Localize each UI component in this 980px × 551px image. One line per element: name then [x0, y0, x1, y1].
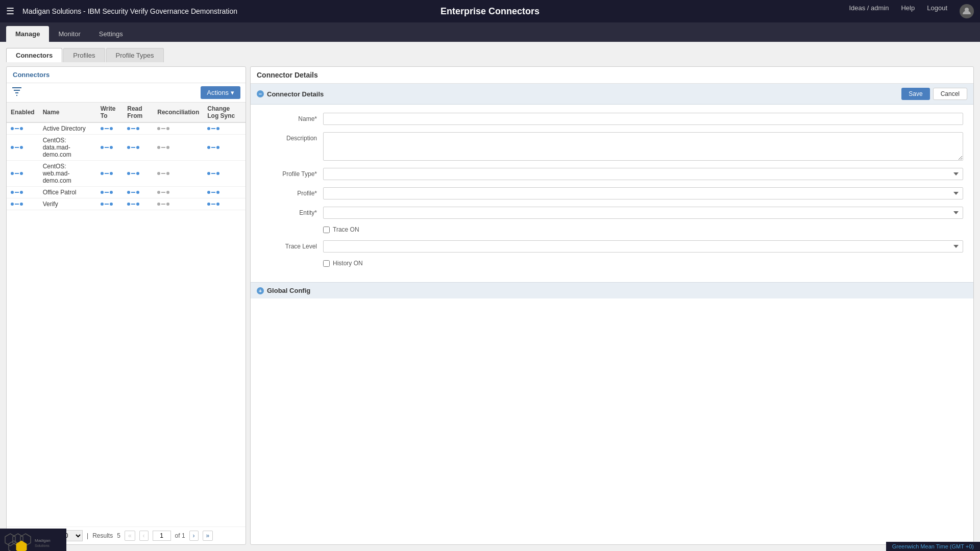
global-config-title: Global Config [267, 287, 310, 294]
page-first-button[interactable]: « [125, 531, 135, 541]
table-row[interactable]: Active Directory [7, 122, 246, 135]
entity-label: Entity* [261, 207, 317, 216]
history-on-label: History ON [333, 260, 363, 267]
profile-label: Profile* [261, 187, 317, 197]
row-reconciliation [153, 161, 203, 187]
row-change-log-sync [203, 135, 246, 161]
nav-ideas[interactable]: Ideas / admin [849, 4, 889, 18]
panels-container: Connectors Actions ▾ Enabled [6, 66, 974, 545]
tab-manage[interactable]: Manage [6, 26, 49, 42]
row-write-to [96, 187, 124, 198]
results-value: 5 [117, 532, 120, 539]
row-reconciliation [153, 198, 203, 210]
sub-tab-profile-types[interactable]: Profile Types [106, 48, 164, 62]
profile-type-select[interactable] [323, 168, 963, 180]
row-read-from [123, 198, 153, 210]
navbar: ☰ Madigan Solutions - IBM Security Verif… [0, 0, 980, 22]
name-label: Name* [261, 113, 317, 122]
right-panel-header: Connector Details [251, 67, 973, 84]
row-enabled [7, 198, 39, 210]
entity-select[interactable] [323, 207, 963, 219]
connector-details-section-title: Connector Details [267, 90, 324, 98]
description-row: Description [261, 132, 963, 161]
save-button[interactable]: Save [901, 88, 929, 100]
left-panel-header: Connectors [7, 67, 246, 83]
row-read-from [123, 135, 153, 161]
right-panel: Connector Details − Connector Details Sa… [250, 66, 974, 545]
profile-type-label: Profile Type* [261, 168, 317, 178]
row-name: CentOS: web.mad-demo.com [39, 161, 96, 187]
row-enabled [7, 187, 39, 198]
tab-settings[interactable]: Settings [90, 26, 132, 42]
table-row[interactable]: Verify [7, 198, 246, 210]
col-write-to: Write To [96, 103, 124, 122]
row-change-log-sync [203, 161, 246, 187]
row-reconciliation [153, 135, 203, 161]
top-tab-bar: Manage Monitor Settings [0, 22, 980, 42]
panel-toolbar: Actions ▾ [7, 83, 246, 103]
description-input[interactable] [323, 132, 963, 161]
row-name: CentOS: data.mad-demo.com [39, 135, 96, 161]
menu-icon[interactable]: ☰ [6, 6, 14, 17]
row-name: Office Patrol [39, 187, 96, 198]
profile-type-row: Profile Type* [261, 168, 963, 180]
name-input[interactable] [323, 113, 963, 125]
section-actions: Save Cancel [901, 88, 967, 100]
sub-tab-bar: Connectors Profiles Profile Types [6, 48, 974, 62]
entity-row: Entity* [261, 207, 963, 219]
logo-area: Madigan Solutions [0, 529, 66, 551]
actions-button[interactable]: Actions ▾ [201, 86, 240, 99]
actions-chevron-icon: ▾ [231, 89, 234, 96]
results-label: Results [92, 532, 113, 539]
nav-right: Ideas / admin Help Logout [849, 4, 974, 18]
trace-on-row: Trace ON [323, 226, 963, 233]
trace-on-checkbox[interactable] [323, 227, 330, 233]
col-read-from: Read From [123, 103, 153, 122]
row-reconciliation [153, 187, 203, 198]
page-next-button[interactable]: › [189, 531, 199, 541]
table-row[interactable]: CentOS: web.mad-demo.com [7, 161, 246, 187]
row-change-log-sync [203, 122, 246, 135]
row-enabled [7, 161, 39, 187]
connector-details-section-header[interactable]: − Connector Details Save Cancel [251, 84, 973, 105]
row-write-to [96, 198, 124, 210]
app-title: Madigan Solutions - IBM Security Verify … [22, 7, 841, 15]
page-title: Enterprise Connectors [440, 6, 540, 17]
connector-table-scroll: Enabled Name Write To Read From Reconcil… [7, 103, 246, 527]
global-config-section-header[interactable]: + Global Config [251, 282, 973, 298]
trace-level-label: Trace Level [261, 240, 317, 250]
nav-help[interactable]: Help [901, 4, 915, 18]
trace-on-label: Trace ON [333, 226, 359, 233]
profile-select[interactable] [323, 187, 963, 199]
table-row[interactable]: CentOS: data.mad-demo.com [7, 135, 246, 161]
col-change-log-sync: Change Log Sync [203, 103, 246, 122]
tab-monitor[interactable]: Monitor [49, 26, 89, 42]
row-read-from [123, 161, 153, 187]
sub-tab-connectors[interactable]: Connectors [6, 48, 62, 62]
row-read-from [123, 187, 153, 198]
row-change-log-sync [203, 198, 246, 210]
svg-text:Madigan: Madigan [35, 538, 51, 543]
row-read-from [123, 122, 153, 135]
table-row[interactable]: Office Patrol [7, 187, 246, 198]
nav-logout[interactable]: Logout [927, 4, 947, 18]
page-last-button[interactable]: » [203, 531, 213, 541]
col-enabled: Enabled [7, 103, 39, 122]
history-on-row: History ON [323, 260, 963, 267]
avatar[interactable] [960, 4, 974, 18]
section-toggle-plus: + [257, 287, 264, 294]
sub-tab-profiles[interactable]: Profiles [63, 48, 105, 62]
name-row: Name* [261, 113, 963, 125]
row-reconciliation [153, 122, 203, 135]
section-toggle-minus: − [257, 90, 264, 97]
trace-level-select[interactable] [323, 240, 963, 253]
right-panel-content: − Connector Details Save Cancel Name* [251, 84, 973, 544]
filter-icon[interactable] [12, 87, 22, 98]
cancel-button[interactable]: Cancel [933, 88, 967, 100]
history-on-checkbox[interactable] [323, 260, 330, 267]
row-name: Verify [39, 198, 96, 210]
page-prev-button[interactable]: ‹ [139, 531, 149, 541]
total-pages-label: of 1 [175, 532, 185, 539]
page-number-input[interactable] [153, 531, 171, 541]
connector-form: Name* Description Profile Type* [251, 105, 973, 282]
